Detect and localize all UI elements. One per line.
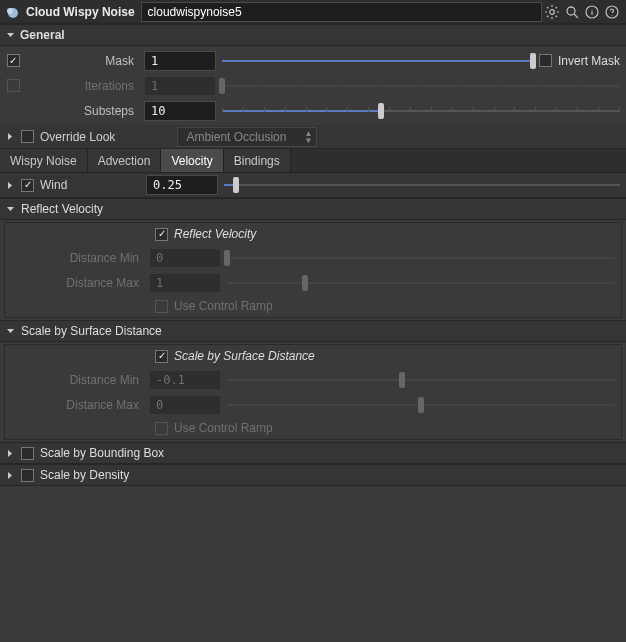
section-general-header[interactable]: General xyxy=(0,24,626,46)
surface-ramp-checkbox[interactable] xyxy=(155,422,168,435)
svg-point-3 xyxy=(567,7,575,15)
override-look-label: Override Look xyxy=(40,130,115,144)
wind-slider[interactable] xyxy=(224,175,620,195)
scale-density-label: Scale by Density xyxy=(40,468,129,482)
reflect-velocity-chk-label: Reflect Velocity xyxy=(174,227,256,241)
iterations-enable-checkbox[interactable] xyxy=(7,79,20,92)
chevron-right-icon xyxy=(6,471,15,480)
reflect-dmax-input xyxy=(149,273,221,293)
chevron-down-icon xyxy=(6,205,15,214)
node-type-label: Cloud Wispy Noise xyxy=(26,5,135,19)
reflect-dmax-slider xyxy=(227,273,615,293)
section-scale-surface-header[interactable]: Scale by Surface Distance xyxy=(0,320,626,342)
substeps-slider[interactable] xyxy=(222,101,620,121)
reflect-dmin-slider xyxy=(227,248,615,268)
reflect-ramp-checkbox[interactable] xyxy=(155,300,168,313)
surface-dmin-input xyxy=(149,370,221,390)
substeps-label: Substeps xyxy=(26,104,138,118)
tab-wispy-noise[interactable]: Wispy Noise xyxy=(0,149,88,172)
chevron-down-icon xyxy=(6,327,15,336)
section-scale-density-header[interactable]: Scale by Density xyxy=(0,464,626,486)
surface-dmax-input xyxy=(149,395,221,415)
tab-bar: Wispy Noise Advection Velocity Bindings xyxy=(0,149,626,173)
scale-bbox-checkbox[interactable] xyxy=(21,447,34,460)
iterations-label: Iterations xyxy=(26,79,138,93)
mask-slider[interactable] xyxy=(222,51,533,71)
search-icon[interactable] xyxy=(562,2,582,22)
iterations-value-input xyxy=(144,76,216,96)
override-look-checkbox[interactable] xyxy=(21,130,34,143)
wind-label: Wind xyxy=(40,178,140,192)
surface-ramp-label: Use Control Ramp xyxy=(174,421,273,435)
reflect-dmin-label: Distance Min xyxy=(31,251,143,265)
reflect-ramp-label: Use Control Ramp xyxy=(174,299,273,313)
reflect-velocity-checkbox[interactable] xyxy=(155,228,168,241)
scale-surface-chk-label: Scale by Surface Distance xyxy=(174,349,315,363)
node-type-icon xyxy=(4,3,22,21)
invert-mask-label: Invert Mask xyxy=(558,54,620,68)
scale-surface-section-label: Scale by Surface Distance xyxy=(21,324,162,338)
tab-bindings[interactable]: Bindings xyxy=(224,149,291,172)
override-look-value: Ambient Occlusion xyxy=(186,130,286,144)
tab-advection[interactable]: Advection xyxy=(88,149,162,172)
chevron-right-icon xyxy=(6,449,15,458)
reflect-velocity-section-label: Reflect Velocity xyxy=(21,202,103,216)
mask-label: Mask xyxy=(26,54,138,68)
svg-point-1 xyxy=(7,8,13,14)
surface-dmax-slider xyxy=(227,395,615,415)
chevron-down-icon xyxy=(6,31,16,40)
surface-dmin-label: Distance Min xyxy=(31,373,143,387)
section-scale-bbox-header[interactable]: Scale by Bounding Box xyxy=(0,442,626,464)
svg-point-2 xyxy=(550,9,555,14)
invert-mask-checkbox[interactable] xyxy=(539,54,552,67)
chevron-right-icon[interactable] xyxy=(6,181,15,190)
node-name-input[interactable] xyxy=(141,2,542,22)
wind-value-input[interactable] xyxy=(146,175,218,195)
chevron-right-icon[interactable] xyxy=(6,132,15,141)
section-general-label: General xyxy=(20,28,65,42)
info-icon[interactable] xyxy=(582,2,602,22)
mask-enable-checkbox[interactable] xyxy=(7,54,20,67)
override-look-dropdown[interactable]: Ambient Occlusion ▲▼ xyxy=(177,127,317,147)
reflect-dmin-input xyxy=(149,248,221,268)
section-reflect-velocity-header[interactable]: Reflect Velocity xyxy=(0,198,626,220)
surface-dmax-label: Distance Max xyxy=(31,398,143,412)
scale-surface-checkbox[interactable] xyxy=(155,350,168,363)
surface-dmin-slider xyxy=(227,370,615,390)
substeps-value-input[interactable] xyxy=(144,101,216,121)
mask-value-input[interactable] xyxy=(144,51,216,71)
tab-velocity[interactable]: Velocity xyxy=(161,149,223,172)
dropdown-arrows-icon: ▲▼ xyxy=(304,130,312,144)
scale-bbox-label: Scale by Bounding Box xyxy=(40,446,164,460)
iterations-slider xyxy=(222,76,620,96)
gear-icon[interactable] xyxy=(542,2,562,22)
wind-checkbox[interactable] xyxy=(21,179,34,192)
reflect-dmax-label: Distance Max xyxy=(31,276,143,290)
scale-density-checkbox[interactable] xyxy=(21,469,34,482)
help-icon[interactable] xyxy=(602,2,622,22)
